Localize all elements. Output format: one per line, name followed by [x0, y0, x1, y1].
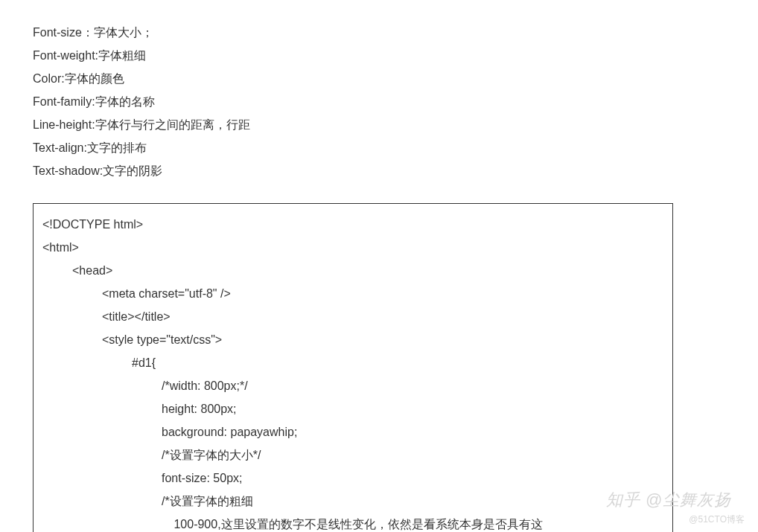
code-line: <title></title>	[42, 305, 672, 328]
definition-line: Text-shadow:文字的阴影	[33, 159, 758, 182]
code-line: font-size: 50px;	[42, 467, 672, 490]
code-line: <!DOCTYPE html>	[42, 213, 672, 236]
code-line: #d1{	[42, 351, 672, 374]
code-line: /*width: 800px;*/	[42, 374, 672, 397]
code-line: background: papayawhip;	[42, 420, 672, 443]
definition-line: Font-family:字体的名称	[33, 90, 758, 113]
code-sample-box: <!DOCTYPE html> <html> <head> <meta char…	[33, 203, 673, 532]
code-line: /*设置字体的大小*/	[42, 443, 672, 467]
code-line: <meta charset="utf-8" />	[42, 282, 672, 305]
code-line: 100-900,这里设置的数字不是线性变化，依然是看系统本身是否具有这	[42, 513, 672, 532]
code-line: height: 800px;	[42, 397, 672, 420]
code-line: <html>	[42, 236, 672, 259]
code-line: <style type="text/css">	[42, 328, 672, 351]
definition-line: Color:字体的颜色	[33, 67, 758, 90]
code-line: /*设置字体的粗细	[42, 490, 672, 513]
code-line: <head>	[42, 259, 672, 282]
css-property-definitions: Font-size：字体大小； Font-weight:字体粗细 Color:字…	[33, 21, 758, 182]
definition-line: Font-weight:字体粗细	[33, 44, 758, 67]
definition-line: Text-align:文字的排布	[33, 136, 758, 159]
definition-line: Line-height:字体行与行之间的距离，行距	[33, 113, 758, 136]
watermark-sub: @51CTO博客	[689, 513, 745, 526]
definition-line: Font-size：字体大小；	[33, 21, 758, 44]
